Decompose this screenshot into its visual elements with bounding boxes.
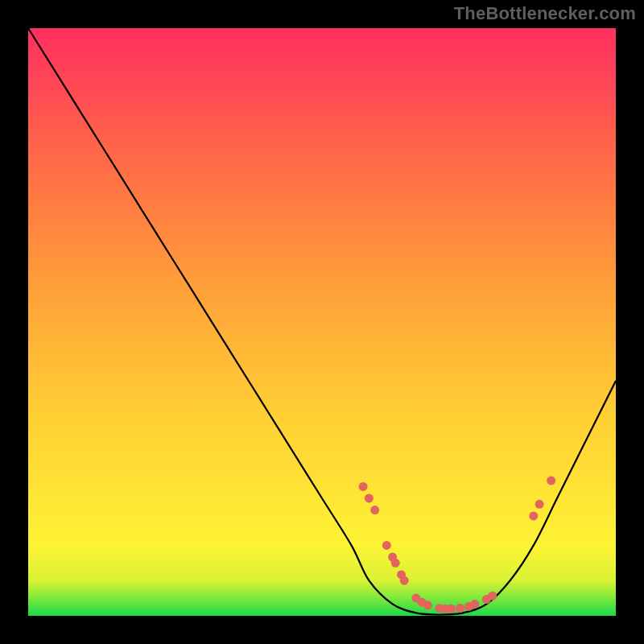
curve-marker: [447, 605, 456, 613]
curve-marker: [547, 477, 555, 485]
curve-marker: [470, 600, 479, 609]
curve-marker: [535, 500, 544, 509]
curve-markers: [359, 477, 556, 613]
curve-marker: [423, 601, 432, 609]
curve-svg: [28, 28, 616, 616]
curve-marker: [359, 482, 368, 491]
curve-marker: [391, 559, 400, 568]
curve-marker: [456, 604, 464, 613]
curve-marker: [365, 494, 374, 503]
plot-area: [28, 28, 616, 616]
bottleneck-curve: [28, 28, 616, 615]
curve-marker: [400, 576, 409, 585]
curve-marker: [382, 541, 391, 550]
chart-frame: TheBottlenecker.com: [0, 0, 644, 644]
attribution-text: TheBottlenecker.com: [454, 3, 636, 24]
curve-marker: [529, 511, 538, 520]
curve-marker: [370, 506, 379, 514]
curve-marker: [488, 592, 497, 601]
